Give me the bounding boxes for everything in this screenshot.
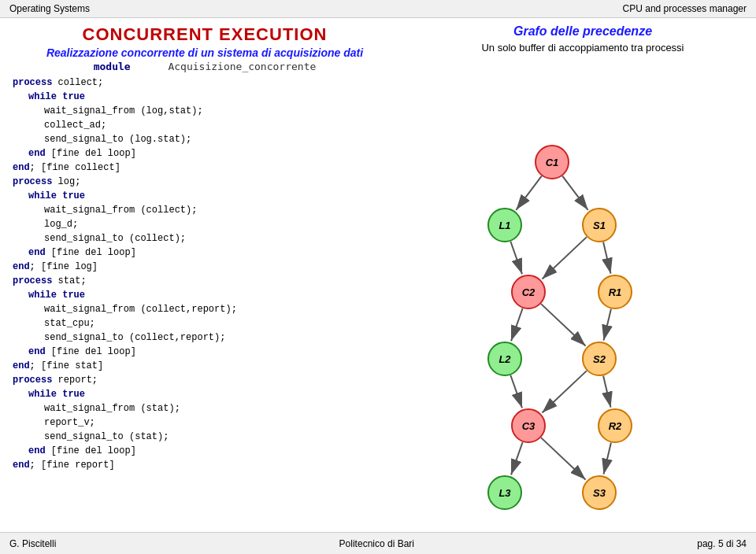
graph-arrow <box>542 237 587 279</box>
code-line: end; [fine collect] <box>13 161 397 175</box>
node-label: S3 <box>593 487 606 499</box>
footer-center: Politecnico di Bari <box>339 538 414 549</box>
graph-arrow <box>510 375 522 408</box>
node-label: S1 <box>593 220 606 231</box>
graph-arrow <box>603 242 610 273</box>
graph-arrow <box>603 442 610 474</box>
title-area: CONCURRENT EXECUTION Realizzazione conco… <box>13 24 397 72</box>
code-keyword: end <box>13 460 30 471</box>
graph-arrow <box>603 308 610 340</box>
node-label: R1 <box>609 286 622 298</box>
graph-arrow <box>541 438 586 479</box>
code-text: report; <box>52 375 98 386</box>
code-line: send_signal_to (collect,report); <box>13 331 397 345</box>
code-keyword: true <box>62 91 85 102</box>
code-text: ; [fine log] <box>30 261 98 272</box>
code-line: while true <box>13 387 397 401</box>
graph-arrow <box>511 442 523 475</box>
code-text: log; <box>52 176 80 187</box>
code-keyword: process <box>13 176 52 187</box>
code-line: end [fine del loop] <box>13 246 397 260</box>
code-line: end [fine del loop] <box>13 444 397 458</box>
code-text: wait_signal_from (collect,report); <box>44 304 237 315</box>
code-line: collect_ad; <box>13 118 397 132</box>
code-text: send_signal_to (collect,report); <box>44 332 225 343</box>
code-text: [fine del loop] <box>46 148 136 159</box>
graph-node-c3: C3 <box>511 408 546 443</box>
node-label: C1 <box>546 157 559 168</box>
graph-arrow <box>511 308 523 342</box>
code-text: ; [fine report] <box>30 460 115 471</box>
header-left: Operating Systems <box>9 3 90 14</box>
code-line: wait_signal_from (log,stat); <box>13 104 397 118</box>
footer-left: G. Piscitelli <box>9 538 56 549</box>
graph-node-s2: S2 <box>582 342 617 376</box>
code-line: end [fine del loop] <box>13 146 397 161</box>
graph-node-l3: L3 <box>487 475 522 510</box>
graph-subtitle: Un solo buffer di accoppiamento tra proc… <box>422 42 743 54</box>
code-line: send_signal_to (log.stat); <box>13 132 397 146</box>
code-text: wait_signal_from (stat); <box>44 403 180 414</box>
code-line: process log; <box>13 175 397 189</box>
code-keyword: end <box>28 346 46 357</box>
code-text: send_signal_to (log.stat); <box>44 134 191 145</box>
code-keyword: end <box>13 360 30 371</box>
code-line: process stat; <box>13 274 397 288</box>
code-keyword: end <box>28 445 46 456</box>
graph-arrow <box>542 371 587 412</box>
code-text: [fine del loop] <box>46 346 136 357</box>
node-label: L1 <box>498 220 510 231</box>
graph-node-l2: L2 <box>487 342 522 376</box>
graph-title: Grafo delle precedenze <box>422 24 743 39</box>
code-text: report_v; <box>44 417 95 428</box>
node-label: C3 <box>522 420 536 432</box>
graph-arrow <box>541 304 586 345</box>
graph-node-r2: R2 <box>598 408 632 443</box>
code-text: collect; <box>52 77 103 88</box>
code-line: while true <box>13 90 397 104</box>
code-text: [fine del loop] <box>46 445 136 456</box>
code-line: wait_signal_from (stat); <box>13 401 397 416</box>
code-line: process collect; <box>13 76 397 90</box>
node-label: C2 <box>522 286 536 298</box>
graph-node-s1: S1 <box>582 208 617 242</box>
code-keyword: while <box>28 290 57 301</box>
code-line: end; [fine log] <box>13 260 397 274</box>
code-text: [fine del loop] <box>46 247 136 258</box>
code-line: process report; <box>13 373 397 387</box>
graph-node-l1: L1 <box>487 208 522 242</box>
code-text: stat; <box>52 275 86 286</box>
code-text: collect_ad; <box>44 120 106 131</box>
code-line: end [fine del loop] <box>13 345 397 359</box>
code-text: ; [fine collect] <box>30 162 120 173</box>
code-keyword: true <box>62 190 85 201</box>
node-label: R2 <box>609 420 622 432</box>
graph-arrow <box>516 176 541 210</box>
top-bar: Operating Systems CPU and processes mana… <box>0 0 756 18</box>
code-line: while true <box>13 189 397 203</box>
graph-node-r1: R1 <box>598 275 632 309</box>
code-block: process collect;while truewait_signal_fr… <box>13 76 397 472</box>
graph-arrow <box>510 242 522 275</box>
graph-svg <box>422 60 743 554</box>
code-keyword: end <box>13 162 30 173</box>
code-keyword: process <box>13 275 52 286</box>
code-line: send_signal_to (stat); <box>13 430 397 444</box>
code-keyword: true <box>62 389 85 400</box>
code-line: while true <box>13 288 397 302</box>
subtitle-italian: Realizzazione concorrente di un sistema … <box>13 46 397 59</box>
code-line: stat_cpu; <box>13 316 397 331</box>
code-text: log_d; <box>44 219 78 230</box>
code-keyword: while <box>28 190 57 201</box>
code-line: end; [fine report] <box>13 458 397 472</box>
main-title: CONCURRENT EXECUTION <box>13 24 397 45</box>
footer-bar: G. Piscitelli Politecnico di Bari pag. 5… <box>0 532 756 554</box>
graph-node-c2: C2 <box>511 275 546 309</box>
code-keyword: process <box>13 375 52 386</box>
code-text: wait_signal_from (log,stat); <box>44 105 203 116</box>
code-keyword: while <box>28 389 57 400</box>
code-text: wait_signal_from (collect); <box>44 205 197 216</box>
graph-node-s3: S3 <box>582 475 617 510</box>
code-keyword: true <box>62 290 85 301</box>
code-line: send_signal_to (collect); <box>13 231 397 246</box>
